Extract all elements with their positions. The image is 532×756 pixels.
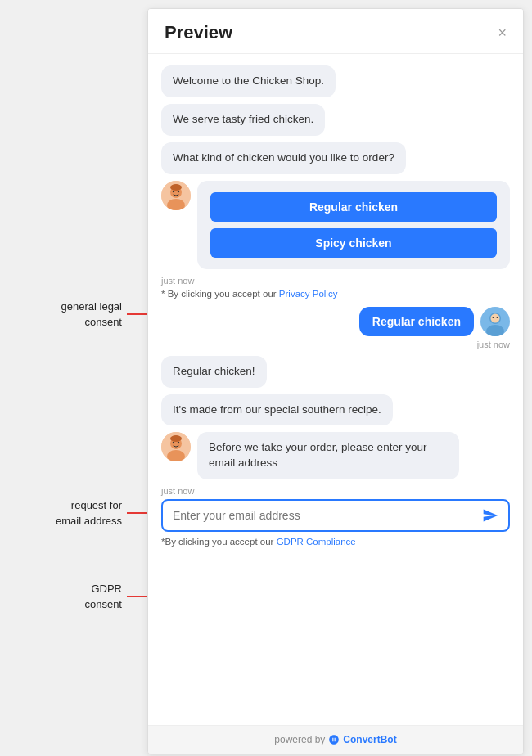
brand-name: ConvertBot bbox=[343, 734, 396, 745]
choice-block: Regular chicken Spicy chicken bbox=[161, 181, 510, 269]
bot-message-1: Welcome to the Chicken Shop. bbox=[161, 65, 510, 97]
choices-timestamp: just now bbox=[161, 276, 510, 286]
privacy-policy-link[interactable]: Privacy Policy bbox=[279, 289, 338, 299]
email-request-block: Before we take your order, please enter … bbox=[161, 432, 510, 479]
bot-avatar-email-svg bbox=[161, 432, 191, 461]
user-message-row: Regular chicken bbox=[161, 307, 510, 336]
gdpr-link[interactable]: GDPR Compliance bbox=[277, 537, 356, 547]
svg-point-17 bbox=[170, 435, 182, 442]
svg-point-15 bbox=[173, 442, 174, 443]
svg-point-11 bbox=[497, 317, 498, 318]
email-input-wrapper bbox=[161, 499, 510, 532]
email-input[interactable] bbox=[173, 509, 482, 522]
powered-by-footer: powered by ConvertBot bbox=[148, 725, 523, 754]
bot-bubble-2: We serve tasty fried chicken. bbox=[161, 104, 325, 136]
annotation-text-1: general legal consent bbox=[61, 300, 122, 328]
bot-bubble-3: What kind of chicken would you like to o… bbox=[161, 142, 406, 174]
svg-point-9 bbox=[491, 313, 500, 322]
bot-response-2: It's made from our special southern reci… bbox=[161, 394, 510, 426]
user-timestamp: just now bbox=[161, 340, 510, 349]
consent-text: * By clicking you accept our Privacy Pol… bbox=[161, 289, 510, 299]
convertbot-icon bbox=[328, 734, 340, 745]
preview-title: Preview bbox=[165, 22, 232, 43]
user-selected-bubble: Regular chicken bbox=[359, 307, 474, 336]
gdpr-text: *By clicking you accept our GDPR Complia… bbox=[161, 537, 510, 547]
svg-point-10 bbox=[493, 317, 494, 318]
chat-area[interactable]: Welcome to the Chicken Shop. We serve ta… bbox=[148, 54, 523, 725]
svg-point-4 bbox=[178, 190, 179, 191]
send-button[interactable] bbox=[482, 507, 498, 524]
close-button[interactable]: × bbox=[498, 25, 507, 40]
bot-resp-bubble-1: Regular chicken! bbox=[161, 356, 267, 388]
choices-wrapper: Regular chicken Spicy chicken bbox=[197, 181, 510, 269]
svg-point-5 bbox=[170, 184, 182, 191]
preview-header: Preview × bbox=[148, 9, 523, 54]
preview-panel: Preview × Welcome to the Chicken Shop. W… bbox=[147, 8, 524, 754]
annotation-general-legal-consent: general legal consent bbox=[0, 299, 156, 330]
send-icon bbox=[482, 507, 498, 524]
consent-prefix: * By clicking you accept our bbox=[161, 289, 279, 299]
email-request-timestamp: just now bbox=[161, 486, 510, 496]
powered-by-text: powered by bbox=[274, 734, 325, 745]
bot-message-2: We serve tasty fried chicken. bbox=[161, 104, 510, 136]
annotation-text-3: GDPR consent bbox=[84, 583, 122, 610]
gdpr-prefix: *By clicking you accept our bbox=[161, 537, 277, 547]
annotation-request-email: request for email address bbox=[0, 497, 156, 529]
choice-regular-chicken[interactable]: Regular chicken bbox=[210, 192, 497, 222]
bot-avatar-choices bbox=[161, 181, 191, 210]
user-avatar bbox=[480, 307, 510, 336]
svg-point-16 bbox=[178, 442, 179, 443]
bot-avatar-svg bbox=[161, 181, 191, 210]
email-request-bubble: Before we take your order, please enter … bbox=[197, 432, 459, 479]
bot-avatar-email bbox=[161, 432, 191, 461]
annotation-text-2: request for email address bbox=[56, 499, 122, 527]
choice-spicy-chicken[interactable]: Spicy chicken bbox=[210, 228, 497, 258]
bot-message-3: What kind of chicken would you like to o… bbox=[161, 142, 510, 174]
annotations-panel: general legal consent request for email … bbox=[0, 8, 156, 754]
bot-resp-bubble-2: It's made from our special southern reci… bbox=[161, 394, 393, 426]
outer-wrapper: general legal consent request for email … bbox=[0, 8, 532, 754]
user-avatar-svg bbox=[480, 307, 510, 336]
svg-point-3 bbox=[173, 190, 174, 191]
annotation-gdpr-consent: GDPR consent bbox=[0, 581, 156, 612]
bot-bubble-1: Welcome to the Chicken Shop. bbox=[161, 65, 336, 97]
bot-response-1: Regular chicken! bbox=[161, 356, 510, 388]
